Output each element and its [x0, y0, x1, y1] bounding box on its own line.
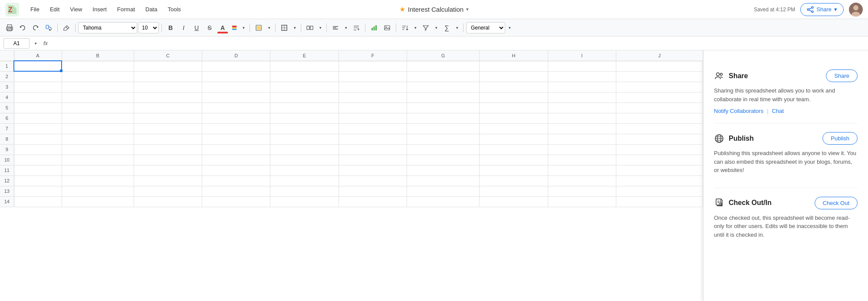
- cell-r6-c2[interactable]: [134, 113, 202, 123]
- cell-r3-c6[interactable]: [407, 82, 480, 92]
- cell-r5-c8[interactable]: [548, 103, 616, 113]
- cell-r9-c7[interactable]: [480, 144, 548, 155]
- cell-r11-c8[interactable]: [548, 165, 616, 175]
- cell-r1-c8[interactable]: [548, 61, 616, 71]
- dropdown-arrow[interactable]: ▾: [32, 37, 39, 50]
- cell-r10-c1[interactable]: [62, 155, 134, 165]
- cell-r9-c2[interactable]: [134, 144, 202, 155]
- row-number-7[interactable]: 7: [0, 123, 14, 134]
- cell-r7-c0[interactable]: [14, 123, 62, 134]
- cell-r14-c4[interactable]: [270, 196, 339, 207]
- cell-r8-c0[interactable]: [14, 134, 62, 144]
- cell-r3-c9[interactable]: [616, 82, 703, 92]
- row-number-1[interactable]: 1: [0, 61, 14, 71]
- col-header-a[interactable]: A: [14, 50, 62, 61]
- user-avatar[interactable]: [849, 3, 863, 17]
- cell-r14-c8[interactable]: [548, 196, 616, 207]
- cell-r6-c1[interactable]: [62, 113, 134, 123]
- menu-data[interactable]: Data: [141, 4, 161, 14]
- cell-r6-c9[interactable]: [616, 113, 703, 123]
- cell-r14-c2[interactable]: [134, 196, 202, 207]
- cell-r8-c3[interactable]: [202, 134, 270, 144]
- row-number-6[interactable]: 6: [0, 113, 14, 123]
- cell-r2-c7[interactable]: [480, 71, 548, 82]
- cell-r8-c9[interactable]: [616, 134, 703, 144]
- cell-r14-c6[interactable]: [407, 196, 480, 207]
- cell-r12-c8[interactable]: [548, 175, 616, 186]
- cell-r11-c0[interactable]: [14, 165, 62, 175]
- cell-r2-c4[interactable]: [270, 71, 339, 82]
- cell-r1-c4[interactable]: [270, 61, 339, 71]
- cell-r12-c0[interactable]: [14, 175, 62, 186]
- cell-r14-c0[interactable]: [14, 196, 62, 207]
- cell-r8-c7[interactable]: [480, 134, 548, 144]
- cell-r3-c1[interactable]: [62, 82, 134, 92]
- cell-r8-c8[interactable]: [548, 134, 616, 144]
- font-family-select[interactable]: Tahoma Arial Times New Roman: [78, 22, 137, 33]
- cell-r10-c8[interactable]: [548, 155, 616, 165]
- italic-button[interactable]: I: [178, 22, 190, 34]
- merge-chevron[interactable]: ▾: [317, 22, 324, 34]
- formula-input[interactable]: [52, 38, 865, 49]
- cell-r14-c1[interactable]: [62, 196, 134, 207]
- bold-button[interactable]: B: [164, 22, 177, 34]
- cell-r1-c0[interactable]: [14, 61, 62, 71]
- cell-r10-c7[interactable]: [480, 155, 548, 165]
- cell-r1-c7[interactable]: [480, 61, 548, 71]
- font-size-select[interactable]: 10 11 12 14: [138, 22, 159, 33]
- cell-r2-c8[interactable]: [548, 71, 616, 82]
- color-chevron[interactable]: ▾: [240, 22, 247, 34]
- cell-r3-c7[interactable]: [480, 82, 548, 92]
- cell-r10-c2[interactable]: [134, 155, 202, 165]
- cell-r2-c5[interactable]: [339, 71, 407, 82]
- cell-r1-c6[interactable]: [407, 61, 480, 71]
- publish-button[interactable]: Publish: [822, 132, 858, 145]
- cell-r14-c7[interactable]: [480, 196, 548, 207]
- cell-r1-c1[interactable]: [62, 61, 134, 71]
- cell-r10-c4[interactable]: [270, 155, 339, 165]
- font-color-button[interactable]: A: [217, 22, 229, 34]
- cell-r4-c2[interactable]: [134, 92, 202, 103]
- cell-r11-c6[interactable]: [407, 165, 480, 175]
- cell-r6-c3[interactable]: [202, 113, 270, 123]
- cell-r12-c5[interactable]: [339, 175, 407, 186]
- cell-r7-c3[interactable]: [202, 123, 270, 134]
- cell-r4-c5[interactable]: [339, 92, 407, 103]
- cell-r5-c1[interactable]: [62, 103, 134, 113]
- cell-r2-c9[interactable]: [616, 71, 703, 82]
- format-chevron[interactable]: ▾: [506, 22, 513, 34]
- checkout-button[interactable]: Check Out: [815, 197, 858, 209]
- sort-button[interactable]: [399, 22, 411, 34]
- row-number-8[interactable]: 8: [0, 134, 14, 144]
- menu-format[interactable]: Format: [113, 4, 139, 14]
- row-number-9[interactable]: 9: [0, 144, 14, 155]
- cell-r2-c3[interactable]: [202, 71, 270, 82]
- row-number-10[interactable]: 10: [0, 155, 14, 165]
- cell-r10-c0[interactable]: [14, 155, 62, 165]
- cell-r5-c4[interactable]: [270, 103, 339, 113]
- cell-r6-c0[interactable]: [14, 113, 62, 123]
- cell-r5-c6[interactable]: [407, 103, 480, 113]
- paint-format-button[interactable]: [43, 22, 55, 34]
- cell-r2-c0[interactable]: [14, 71, 62, 82]
- cell-r1-c5[interactable]: [339, 61, 407, 71]
- cell-r14-c5[interactable]: [339, 196, 407, 207]
- cell-r13-c4[interactable]: [270, 186, 339, 196]
- cell-r5-c9[interactable]: [616, 103, 703, 113]
- cell-r12-c6[interactable]: [407, 175, 480, 186]
- col-header-i[interactable]: I: [548, 50, 616, 61]
- cell-r1-c9[interactable]: [616, 61, 703, 71]
- col-header-e[interactable]: E: [270, 50, 339, 61]
- cell-r11-c5[interactable]: [339, 165, 407, 175]
- undo-button[interactable]: [16, 22, 29, 34]
- color-picker-button[interactable]: [230, 22, 239, 34]
- cell-r10-c5[interactable]: [339, 155, 407, 165]
- cell-r7-c8[interactable]: [548, 123, 616, 134]
- row-number-5[interactable]: 5: [0, 103, 14, 113]
- filter-chevron[interactable]: ▾: [433, 22, 440, 34]
- cell-r7-c1[interactable]: [62, 123, 134, 134]
- borders-chevron[interactable]: ▾: [291, 22, 298, 34]
- cell-r13-c5[interactable]: [339, 186, 407, 196]
- cell-r7-c2[interactable]: [134, 123, 202, 134]
- cell-r13-c3[interactable]: [202, 186, 270, 196]
